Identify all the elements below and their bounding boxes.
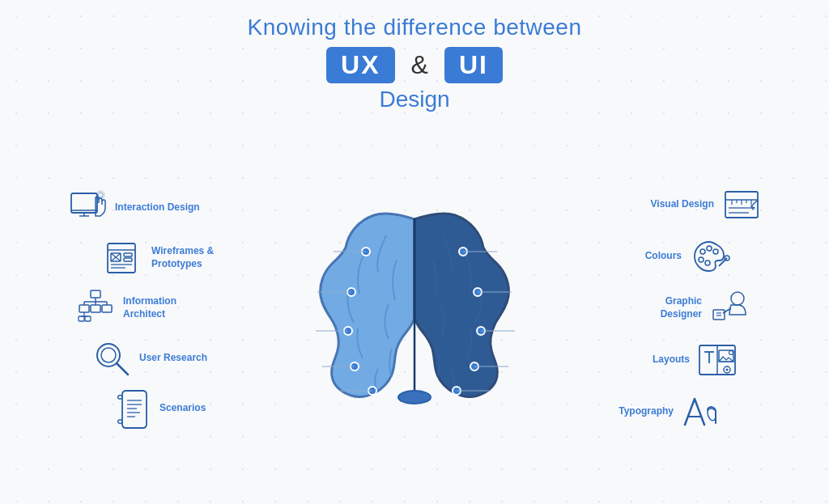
svg-rect-21 [79, 305, 89, 312]
left-items: Interaction Design [66, 187, 261, 430]
brain-diagram [261, 163, 568, 454]
svg-point-69 [713, 249, 718, 254]
wireframe-icon [103, 237, 145, 279]
svg-point-74 [731, 292, 744, 305]
title-line2: Design [248, 87, 582, 112]
title-line1: Knowing the difference between [248, 15, 582, 40]
item-user-research: User Research [91, 337, 261, 379]
visual-design-label: Visual Design [651, 198, 714, 211]
item-wireframes: Wireframes &Prototypes [103, 237, 261, 279]
svg-rect-23 [102, 305, 112, 312]
svg-rect-76 [713, 310, 725, 320]
item-visual-design: Visual Design [568, 184, 763, 226]
svg-point-84 [729, 351, 733, 355]
interaction-icon [66, 187, 108, 229]
item-typography: Typography [568, 391, 722, 433]
item-scenarios: Scenarios [111, 388, 261, 430]
svg-rect-27 [85, 316, 91, 321]
layout-icon [696, 339, 738, 381]
colours-label: Colours [645, 250, 682, 263]
typography-label: Typography [619, 405, 674, 418]
svg-rect-22 [91, 305, 100, 312]
ampersand: & [411, 50, 428, 80]
svg-line-30 [117, 363, 128, 375]
svg-rect-12 [124, 258, 132, 261]
ia-icon [74, 287, 117, 329]
research-icon [91, 337, 133, 379]
visual-design-icon [721, 184, 763, 226]
item-layouts: Layouts [568, 339, 738, 381]
item-colours: Colours [568, 235, 730, 277]
scenario-icon [111, 388, 153, 430]
svg-point-67 [700, 249, 705, 254]
ui-badge: UI [444, 47, 503, 83]
svg-point-70 [699, 257, 704, 262]
svg-point-4 [98, 193, 103, 197]
svg-rect-11 [124, 253, 132, 256]
item-graphic-designer: GraphicDesigner [568, 287, 750, 329]
graphic-designer-label: GraphicDesigner [661, 295, 702, 320]
user-research-label: User Research [139, 352, 207, 365]
scenarios-label: Scenarios [159, 402, 206, 415]
svg-rect-15 [91, 290, 100, 298]
graphic-designer-icon [708, 287, 750, 329]
svg-point-29 [101, 348, 116, 362]
svg-rect-26 [79, 316, 84, 321]
item-interaction-design: Interaction Design [66, 187, 261, 229]
item-ia: InformationArchitect [74, 287, 261, 329]
svg-point-86 [726, 369, 729, 371]
title-badges: UX & UI [248, 47, 582, 83]
right-items: Visual Design [568, 184, 763, 433]
colour-icon [688, 235, 730, 277]
wireframes-label: Wireframes &Prototypes [151, 245, 214, 270]
diagram: Interaction Design [0, 112, 829, 504]
svg-point-57 [398, 391, 431, 404]
main-content: Knowing the difference between UX & UI D… [0, 0, 829, 504]
ux-badge: UX [326, 47, 394, 83]
svg-point-71 [705, 260, 710, 265]
header: Knowing the difference between UX & UI D… [248, 0, 582, 112]
ia-label: InformationArchitect [123, 295, 176, 320]
interaction-design-label: Interaction Design [115, 201, 200, 214]
typography-icon [680, 391, 722, 433]
layouts-label: Layouts [653, 354, 690, 366]
svg-point-68 [707, 246, 712, 251]
